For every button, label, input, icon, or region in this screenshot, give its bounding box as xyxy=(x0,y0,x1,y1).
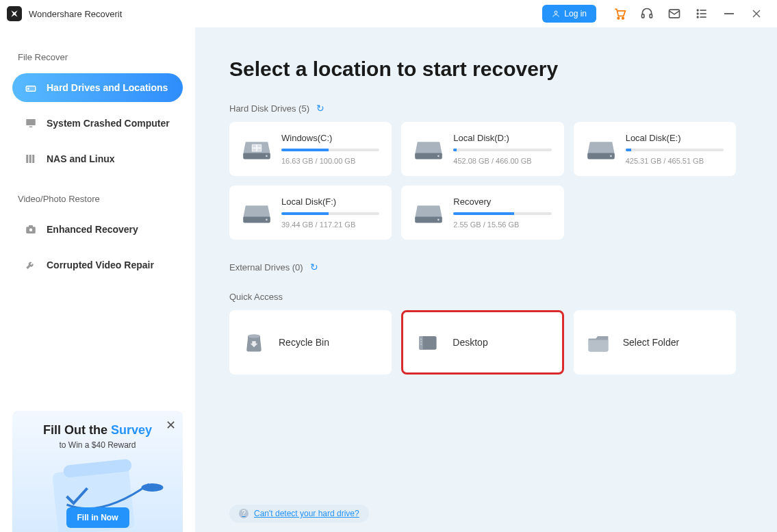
app-title: Wondershare Recoverit xyxy=(29,9,122,19)
drive-stats: 2.55 GB / 15.56 GB xyxy=(453,220,551,229)
svg-point-45 xyxy=(421,339,422,340)
drive-bar xyxy=(281,212,379,215)
sidebar-item-label: Enhanced Recovery xyxy=(47,224,138,235)
drive-name: Local Disk(F:) xyxy=(281,197,379,207)
help-text: Can't detect your hard drive? xyxy=(254,509,359,518)
sidebar-item-video-repair[interactable]: Corrupted Video Repair xyxy=(12,251,183,279)
svg-rect-30 xyxy=(253,144,256,147)
drive-name: Local Disk(E:) xyxy=(626,133,724,143)
section-video-photo: Video/Photo Restore xyxy=(18,194,183,204)
svg-point-6 xyxy=(697,10,698,11)
close-button[interactable] xyxy=(750,7,763,21)
svg-point-42 xyxy=(248,334,260,338)
svg-point-46 xyxy=(421,341,422,342)
svg-rect-16 xyxy=(26,119,36,125)
cart-icon[interactable] xyxy=(613,7,626,21)
quick-access-card[interactable]: Select Folder xyxy=(574,310,736,375)
qa-group-title: Quick Access xyxy=(229,292,736,302)
svg-rect-4 xyxy=(650,14,652,18)
ext-group-title: External Drives (0) ↻ xyxy=(229,262,736,273)
svg-point-0 xyxy=(555,11,557,14)
svg-point-47 xyxy=(421,344,422,345)
section-file-recover: File Recover xyxy=(18,52,183,62)
svg-point-28 xyxy=(266,155,268,157)
svg-rect-23 xyxy=(29,225,33,227)
refresh-icon[interactable]: ↻ xyxy=(310,262,318,273)
svg-point-1 xyxy=(617,17,620,18)
menu-icon[interactable] xyxy=(695,7,709,21)
sidebar-item-nas-linux[interactable]: NAS and Linux xyxy=(12,144,183,173)
minimize-button[interactable] xyxy=(722,7,736,21)
hdd-icon xyxy=(25,81,37,94)
svg-point-8 xyxy=(697,13,698,14)
sidebar-item-system-crashed[interactable]: System Crashed Computer xyxy=(12,109,183,138)
svg-rect-44 xyxy=(420,336,423,350)
headset-icon[interactable] xyxy=(640,7,654,21)
quick-access-card[interactable]: Desktop xyxy=(401,310,563,375)
app-logo xyxy=(7,6,22,21)
svg-rect-3 xyxy=(642,14,644,18)
sidebar-item-enhanced-recovery[interactable]: Enhanced Recovery xyxy=(12,215,183,244)
drive-card[interactable]: Recovery 2.55 GB / 15.56 GB xyxy=(401,186,563,240)
survey-title: Fill Out the Survey xyxy=(22,423,173,438)
drive-bar xyxy=(281,149,379,151)
quick-access-card[interactable]: Recycle Bin xyxy=(229,310,392,375)
drive-card[interactable]: Local Disk(D:) 452.08 GB / 466.00 GB xyxy=(401,122,563,176)
quick-access-name: Recycle Bin xyxy=(279,337,329,348)
svg-point-39 xyxy=(266,218,268,220)
svg-rect-32 xyxy=(253,149,256,151)
wrench-icon xyxy=(25,259,37,271)
sidebar-item-label: NAS and Linux xyxy=(47,153,115,164)
sidebar-item-label: Corrupted Video Repair xyxy=(47,259,154,270)
monitor-icon xyxy=(25,117,37,129)
help-icon: ? xyxy=(239,509,249,518)
page-title: Select a location to start recovery xyxy=(229,58,736,81)
svg-rect-20 xyxy=(32,155,34,163)
main-content: Select a location to start recovery Hard… xyxy=(195,27,777,532)
close-icon[interactable]: ✕ xyxy=(166,418,176,433)
svg-point-15 xyxy=(28,88,29,90)
svg-rect-33 xyxy=(257,149,261,151)
svg-rect-17 xyxy=(29,127,33,128)
drive-card[interactable]: Local Disk(F:) 39.44 GB / 117.21 GB xyxy=(229,186,392,240)
sidebar: File Recover Hard Drives and Locations S… xyxy=(0,27,195,532)
survey-subtitle: to Win a $40 Reward xyxy=(22,440,173,450)
login-label: Log in xyxy=(564,9,587,18)
quick-access-name: Select Folder xyxy=(623,337,679,348)
svg-point-22 xyxy=(29,229,33,232)
help-link[interactable]: ? Can't detect your hard drive? xyxy=(229,505,369,522)
drive-card[interactable]: Local Disk(E:) 425.31 GB / 465.51 GB xyxy=(574,122,736,176)
survey-illustration: Fill in Now xyxy=(22,457,173,532)
drive-card[interactable]: Windows(C:) 16.63 GB / 100.00 GB xyxy=(229,122,392,176)
svg-rect-18 xyxy=(26,155,28,163)
hdd-group-title: Hard Disk Drives (5) ↻ xyxy=(229,103,736,114)
mail-icon[interactable] xyxy=(667,7,681,21)
nas-icon xyxy=(25,153,37,165)
svg-point-2 xyxy=(622,17,624,18)
svg-point-37 xyxy=(610,155,612,157)
drive-bar xyxy=(453,212,551,215)
quick-access-name: Desktop xyxy=(453,337,487,348)
drive-name: Windows(C:) xyxy=(281,133,379,143)
drive-name: Local Disk(D:) xyxy=(453,133,551,143)
drive-name: Recovery xyxy=(453,197,551,207)
sidebar-item-label: System Crashed Computer xyxy=(47,118,170,129)
login-button[interactable]: Log in xyxy=(542,5,596,23)
refresh-icon[interactable]: ↻ xyxy=(316,103,324,114)
survey-card: ✕ Fill Out the Survey to Win a $40 Rewar… xyxy=(12,411,183,532)
sidebar-item-hard-drives[interactable]: Hard Drives and Locations xyxy=(12,73,183,102)
drive-bar xyxy=(626,149,724,151)
svg-rect-19 xyxy=(29,155,31,163)
camera-icon xyxy=(25,223,37,236)
svg-point-41 xyxy=(437,218,440,220)
drive-stats: 16.63 GB / 100.00 GB xyxy=(281,157,379,165)
fill-survey-button[interactable]: Fill in Now xyxy=(66,507,129,528)
drive-stats: 39.44 GB / 117.21 GB xyxy=(281,220,379,229)
svg-rect-31 xyxy=(257,144,261,147)
drive-stats: 425.31 GB / 465.51 GB xyxy=(626,157,724,165)
svg-point-10 xyxy=(697,16,698,18)
svg-point-26 xyxy=(142,483,164,492)
drive-bar xyxy=(453,149,551,151)
sidebar-item-label: Hard Drives and Locations xyxy=(47,82,168,93)
drive-stats: 452.08 GB / 466.00 GB xyxy=(453,157,551,165)
